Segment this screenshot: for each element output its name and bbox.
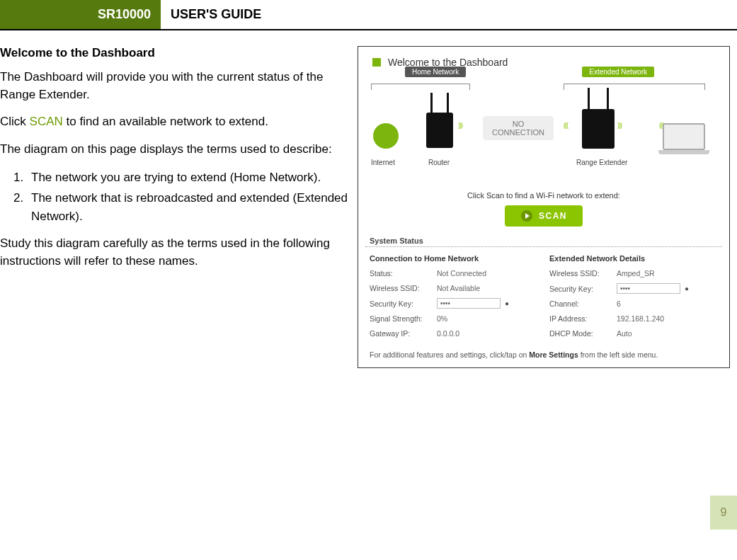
laptop-icon xyxy=(663,123,705,150)
ext-bracket xyxy=(564,84,705,90)
field-label: IP Address: xyxy=(549,314,617,323)
network-diagram: Home Network Extended Network ))) NO CON… xyxy=(370,74,718,187)
field-label: Gateway IP: xyxy=(370,329,437,338)
range-extender-icon xyxy=(582,109,615,149)
field-value: Not Available xyxy=(437,284,538,292)
section-title: Welcome to the Dashboard xyxy=(0,46,350,60)
paragraph: Study this diagram carefully as the term… xyxy=(0,235,350,270)
scan-button[interactable]: SCAN xyxy=(505,205,583,227)
field-label: Security Key: xyxy=(370,299,437,308)
text-bold: More Settings xyxy=(529,350,578,359)
reveal-icon[interactable]: ● xyxy=(505,299,509,307)
wifi-icon: ))) xyxy=(617,122,622,129)
field-label: Security Key: xyxy=(549,285,617,293)
router-icon xyxy=(426,113,453,148)
text: CONNECTION xyxy=(483,128,554,137)
extended-network-column: Extended Network Details Wireless SSID:A… xyxy=(549,254,718,343)
field-value: 0.0.0.0 xyxy=(437,329,538,338)
text: from the left side menu. xyxy=(578,350,658,359)
system-status-heading: System Status xyxy=(365,235,722,247)
scan-button-label: SCAN xyxy=(539,211,567,221)
list-item: The network that is rebroadcasted and ex… xyxy=(27,189,350,225)
text: Click xyxy=(0,115,30,128)
diagram-label-router: Router xyxy=(428,159,450,166)
scan-instruction: Click Scan to find a Wi-Fi network to ex… xyxy=(365,191,722,200)
home-network-column: Connection to Home Network Status:Not Co… xyxy=(370,254,538,343)
page-header: SR10000 USER'S GUIDE xyxy=(0,0,737,30)
field-value: 192.168.1.240 xyxy=(617,314,718,323)
paragraph: The diagram on this page displays the te… xyxy=(0,141,350,159)
field-label: Wireless SSID: xyxy=(370,284,437,292)
field-value: 0% xyxy=(437,314,538,323)
scan-keyword: SCAN xyxy=(30,115,63,128)
column-heading: Connection to Home Network xyxy=(370,254,538,263)
text: to find an available network to extend. xyxy=(63,115,268,128)
paragraph: Click SCAN to find an available network … xyxy=(0,113,350,131)
home-network-label: Home Network xyxy=(405,67,466,77)
dashboard-screenshot: Welcome to the Dashboard Home Network Ex… xyxy=(358,46,730,368)
internet-icon xyxy=(373,123,399,149)
extended-network-label: Extended Network xyxy=(582,67,654,77)
column-heading: Extended Network Details xyxy=(549,254,718,263)
field-label: Channel: xyxy=(549,299,617,308)
field-label: DHCP Mode: xyxy=(549,329,617,338)
text: NO xyxy=(483,120,554,128)
wifi-icon: ))) xyxy=(458,122,462,129)
diagram-label-internet: Internet xyxy=(371,159,395,166)
security-key-field[interactable]: •••• xyxy=(617,283,680,294)
screenshot-footnote: For additional features and settings, cl… xyxy=(365,343,722,359)
play-icon xyxy=(520,210,533,222)
text: For additional features and settings, cl… xyxy=(370,350,529,359)
paragraph: The Dashboard will provide you with the … xyxy=(0,69,350,103)
no-connection-badge: NO CONNECTION xyxy=(483,116,554,140)
doc-title: USER'S GUIDE xyxy=(161,0,271,29)
field-value: 6 xyxy=(617,299,718,308)
ordered-list: The network you are trying to extend (Ho… xyxy=(27,168,350,226)
diagram-label-extender: Range Extender xyxy=(576,159,627,166)
product-model: SR10000 xyxy=(13,0,161,29)
field-value: Auto xyxy=(617,329,718,338)
field-value: Amped_SR xyxy=(617,269,718,278)
field-value: Not Connected xyxy=(437,269,538,278)
page-number: 9 xyxy=(710,496,737,530)
field-label: Status: xyxy=(370,269,437,278)
title-bullet-icon xyxy=(372,58,381,67)
field-label: Signal Strength: xyxy=(370,314,437,323)
security-key-field[interactable]: •••• xyxy=(437,298,501,309)
header-accent xyxy=(0,0,13,29)
list-item: The network you are trying to extend (Ho… xyxy=(27,168,350,187)
field-label: Wireless SSID: xyxy=(549,269,617,278)
home-bracket xyxy=(371,84,470,90)
reveal-icon[interactable]: ● xyxy=(685,285,689,292)
wifi-icon: ))) xyxy=(564,122,569,129)
